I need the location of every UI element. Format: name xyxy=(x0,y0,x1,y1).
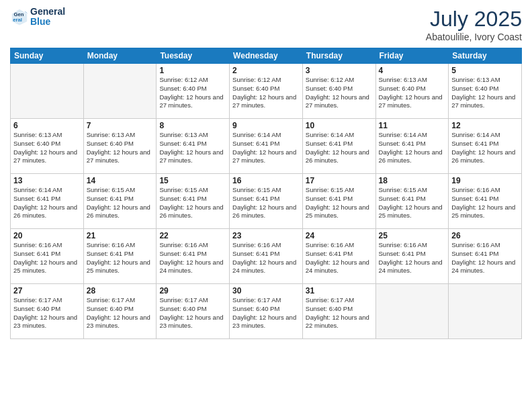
day-number: 7 xyxy=(87,121,154,130)
sunset-text: Sunset: 6:41 PM xyxy=(232,250,279,257)
day-cell: 17Sunrise: 6:15 AMSunset: 6:41 PMDayligh… xyxy=(302,174,375,229)
daylight-text: Daylight: 12 hours and 26 minutes. xyxy=(159,203,223,220)
day-number: 20 xyxy=(13,231,81,240)
day-info: Sunrise: 6:16 AMSunset: 6:41 PMDaylight:… xyxy=(87,241,154,275)
daylight-text: Daylight: 12 hours and 24 minutes. xyxy=(232,259,296,275)
day-number: 8 xyxy=(159,121,226,130)
sunrise-text: Sunrise: 6:13 AM xyxy=(159,131,208,138)
day-cell: 3Sunrise: 6:12 AMSunset: 6:40 PMDaylight… xyxy=(302,64,375,119)
day-cell: 18Sunrise: 6:15 AMSunset: 6:41 PMDayligh… xyxy=(375,174,449,229)
sunset-text: Sunset: 6:41 PM xyxy=(159,250,206,257)
sunset-text: Sunset: 6:41 PM xyxy=(232,140,279,147)
day-info: Sunrise: 6:14 AMSunset: 6:41 PMDaylight:… xyxy=(306,131,373,165)
day-cell: 26Sunrise: 6:16 AMSunset: 6:41 PMDayligh… xyxy=(449,229,522,284)
daylight-text: Daylight: 12 hours and 24 minutes. xyxy=(159,259,223,275)
daylight-text: Daylight: 12 hours and 26 minutes. xyxy=(232,203,296,220)
sunset-text: Sunset: 6:40 PM xyxy=(451,85,498,92)
sunrise-text: Sunrise: 6:13 AM xyxy=(13,131,62,138)
day-number: 18 xyxy=(379,176,446,185)
sunrise-text: Sunrise: 6:17 AM xyxy=(87,296,135,304)
sunrise-text: Sunrise: 6:14 AM xyxy=(451,131,500,138)
daylight-text: Daylight: 12 hours and 24 minutes. xyxy=(451,259,515,275)
logo-line1: General xyxy=(30,7,65,17)
month-title: July 2025 xyxy=(426,7,522,32)
day-number: 5 xyxy=(451,66,519,75)
week-row-2: 6Sunrise: 6:13 AMSunset: 6:40 PMDaylight… xyxy=(11,119,522,174)
day-cell xyxy=(83,64,157,119)
weekday-header-wednesday: Wednesday xyxy=(230,48,303,64)
weekday-header-row: SundayMondayTuesdayWednesdayThursdayFrid… xyxy=(11,48,522,64)
sunset-text: Sunset: 6:40 PM xyxy=(232,305,279,312)
day-number: 24 xyxy=(306,231,373,240)
day-number: 12 xyxy=(451,121,519,130)
day-cell: 7Sunrise: 6:13 AMSunset: 6:40 PMDaylight… xyxy=(83,119,157,174)
daylight-text: Daylight: 12 hours and 26 minutes. xyxy=(306,148,369,165)
day-cell: 8Sunrise: 6:13 AMSunset: 6:41 PMDaylight… xyxy=(157,119,230,174)
day-cell: 13Sunrise: 6:14 AMSunset: 6:41 PMDayligh… xyxy=(11,174,84,229)
daylight-text: Daylight: 12 hours and 27 minutes. xyxy=(159,93,223,109)
day-cell xyxy=(449,284,522,339)
sunset-text: Sunset: 6:40 PM xyxy=(379,85,426,92)
sunrise-text: Sunrise: 6:16 AM xyxy=(159,241,208,248)
sunrise-text: Sunrise: 6:13 AM xyxy=(379,76,427,83)
daylight-text: Daylight: 12 hours and 25 minutes. xyxy=(451,203,515,220)
sunset-text: Sunset: 6:41 PM xyxy=(451,195,498,202)
location: Abatoulilie, Ivory Coast xyxy=(426,32,522,42)
week-row-5: 27Sunrise: 6:17 AMSunset: 6:40 PMDayligh… xyxy=(11,284,522,339)
daylight-text: Daylight: 12 hours and 25 minutes. xyxy=(379,203,443,220)
daylight-text: Daylight: 12 hours and 26 minutes. xyxy=(379,148,443,165)
weekday-header-friday: Friday xyxy=(375,48,449,64)
day-number: 1 xyxy=(159,66,226,75)
sunset-text: Sunset: 6:40 PM xyxy=(13,305,60,312)
day-cell: 25Sunrise: 6:16 AMSunset: 6:41 PMDayligh… xyxy=(375,229,449,284)
day-cell: 31Sunrise: 6:17 AMSunset: 6:40 PMDayligh… xyxy=(302,284,375,339)
day-number: 9 xyxy=(232,121,300,130)
logo-line2: Blue xyxy=(30,17,65,27)
sunset-text: Sunset: 6:40 PM xyxy=(159,305,206,312)
sunset-text: Sunset: 6:41 PM xyxy=(159,140,206,147)
sunset-text: Sunset: 6:41 PM xyxy=(306,140,353,147)
day-cell xyxy=(11,64,84,119)
daylight-text: Daylight: 12 hours and 27 minutes. xyxy=(13,148,77,165)
day-number: 10 xyxy=(306,121,373,130)
day-cell: 12Sunrise: 6:14 AMSunset: 6:41 PMDayligh… xyxy=(449,119,522,174)
day-number: 15 xyxy=(159,176,226,185)
day-info: Sunrise: 6:17 AMSunset: 6:40 PMDaylight:… xyxy=(159,296,226,330)
day-info: Sunrise: 6:17 AMSunset: 6:40 PMDaylight:… xyxy=(13,296,81,330)
day-cell: 23Sunrise: 6:16 AMSunset: 6:41 PMDayligh… xyxy=(230,229,303,284)
day-info: Sunrise: 6:13 AMSunset: 6:40 PMDaylight:… xyxy=(379,76,446,110)
day-cell: 1Sunrise: 6:12 AMSunset: 6:40 PMDaylight… xyxy=(157,64,230,119)
svg-text:Gen: Gen xyxy=(14,11,24,17)
sunrise-text: Sunrise: 6:14 AM xyxy=(232,131,281,138)
daylight-text: Daylight: 12 hours and 24 minutes. xyxy=(379,259,443,275)
sunset-text: Sunset: 6:41 PM xyxy=(379,250,426,257)
sunset-text: Sunset: 6:41 PM xyxy=(232,195,279,202)
day-info: Sunrise: 6:17 AMSunset: 6:40 PMDaylight:… xyxy=(232,296,300,330)
day-info: Sunrise: 6:15 AMSunset: 6:41 PMDaylight:… xyxy=(159,186,226,220)
sunrise-text: Sunrise: 6:17 AM xyxy=(159,296,208,304)
week-row-1: 1Sunrise: 6:12 AMSunset: 6:40 PMDaylight… xyxy=(11,64,522,119)
sunset-text: Sunset: 6:40 PM xyxy=(306,85,353,92)
day-number: 25 xyxy=(379,231,446,240)
day-number: 6 xyxy=(13,121,81,130)
day-number: 23 xyxy=(232,231,300,240)
day-info: Sunrise: 6:13 AMSunset: 6:40 PMDaylight:… xyxy=(87,131,154,165)
day-info: Sunrise: 6:15 AMSunset: 6:41 PMDaylight:… xyxy=(87,186,154,220)
sunrise-text: Sunrise: 6:16 AM xyxy=(306,241,354,248)
day-info: Sunrise: 6:16 AMSunset: 6:41 PMDaylight:… xyxy=(451,241,519,275)
daylight-text: Daylight: 12 hours and 23 minutes. xyxy=(87,314,150,330)
daylight-text: Daylight: 12 hours and 25 minutes. xyxy=(306,203,369,220)
logo-text: General Blue xyxy=(30,7,65,28)
day-cell: 24Sunrise: 6:16 AMSunset: 6:41 PMDayligh… xyxy=(302,229,375,284)
sunrise-text: Sunrise: 6:17 AM xyxy=(232,296,281,304)
day-cell xyxy=(375,284,449,339)
daylight-text: Daylight: 12 hours and 27 minutes. xyxy=(159,148,223,165)
day-cell: 4Sunrise: 6:13 AMSunset: 6:40 PMDaylight… xyxy=(375,64,449,119)
day-info: Sunrise: 6:15 AMSunset: 6:41 PMDaylight:… xyxy=(232,186,300,220)
day-info: Sunrise: 6:16 AMSunset: 6:41 PMDaylight:… xyxy=(232,241,300,275)
day-info: Sunrise: 6:16 AMSunset: 6:41 PMDaylight:… xyxy=(13,241,81,275)
sunrise-text: Sunrise: 6:15 AM xyxy=(159,186,208,193)
daylight-text: Daylight: 12 hours and 27 minutes. xyxy=(451,93,515,109)
day-info: Sunrise: 6:16 AMSunset: 6:41 PMDaylight:… xyxy=(379,241,446,275)
day-cell: 15Sunrise: 6:15 AMSunset: 6:41 PMDayligh… xyxy=(157,174,230,229)
